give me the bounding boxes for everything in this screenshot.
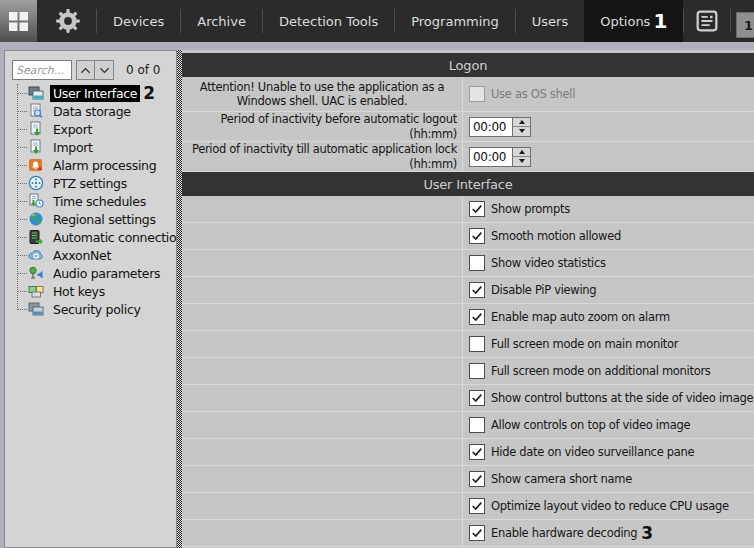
settings-gear-button[interactable]	[37, 0, 96, 42]
tab-devices[interactable]: Devices	[97, 0, 180, 42]
show-prompts-checkbox[interactable]	[469, 201, 485, 217]
hide-date-checkbox[interactable]	[469, 444, 485, 460]
sidebar-item-axxonnet[interactable]: AxxonNet	[5, 246, 176, 264]
search-next-button[interactable]	[95, 60, 114, 80]
system-log-icon-button[interactable]	[684, 0, 730, 42]
hardware-decoding-checkbox[interactable]	[469, 525, 485, 541]
sidebar-item-security-policy[interactable]: Security policy	[5, 300, 176, 318]
option-row: Hide date on video surveillance pane	[182, 439, 754, 466]
option-label: Smooth motion allowed	[491, 229, 621, 243]
logout-period-row: Period of inactivity before automatic lo…	[182, 112, 754, 142]
section-header-user-interface: User Interface	[182, 172, 754, 196]
app-menu-button[interactable]	[0, 0, 37, 42]
data-storage-icon	[28, 103, 44, 119]
chevron-up-icon	[80, 66, 91, 75]
option-row: Full screen mode on additional monitors	[182, 358, 754, 385]
app-lock-period-spinbox[interactable]: 00:00	[469, 147, 531, 167]
use-as-os-shell-checkbox	[469, 86, 485, 102]
option-label: Enable map auto zoom on alarm	[491, 310, 670, 324]
disable-pip-checkbox[interactable]	[469, 282, 485, 298]
tab-users[interactable]: Users	[516, 0, 584, 42]
option-label: Show camera short name	[491, 472, 632, 486]
alarm-processing-icon	[28, 157, 44, 173]
uac-warning-text: Attention! Unable to use the application…	[182, 77, 463, 111]
sidebar-item-label: AxxonNet	[50, 247, 114, 264]
annotation-3: 3	[641, 523, 653, 543]
sidebar-item-label: Data storage	[50, 103, 134, 120]
option-row: Show prompts	[182, 196, 754, 223]
sidebar-item-label: Security policy	[50, 301, 144, 318]
export-icon	[28, 121, 44, 137]
monitor-1-button[interactable]: 1	[736, 12, 754, 38]
sidebar-item-ptz-settings[interactable]: PTZ settings	[5, 174, 176, 192]
optimize-layout-checkbox[interactable]	[469, 498, 485, 514]
control-buttons-side-checkbox[interactable]	[469, 390, 485, 406]
gear-icon	[55, 8, 81, 34]
tab-archive[interactable]: Archive	[181, 0, 262, 42]
option-label: Enable hardware decoding	[491, 526, 637, 540]
spin-up-icon[interactable]	[513, 118, 530, 128]
sidebar-item-import[interactable]: Import	[5, 138, 176, 156]
option-row: Disable PiP viewing	[182, 277, 754, 304]
spinner-buttons[interactable]	[512, 118, 530, 136]
audio-parameters-icon	[28, 265, 44, 281]
option-row: Allow controls on top of video image	[182, 412, 754, 439]
sidebar-item-automatic-connection[interactable]: Automatic connection	[5, 228, 176, 246]
chevron-down-icon	[99, 66, 110, 75]
sidebar-item-hot-keys[interactable]: Hot keys	[5, 282, 176, 300]
sidebar-item-alarm-processing[interactable]: Alarm processing	[5, 156, 176, 174]
sidebar-item-label: Alarm processing	[50, 157, 159, 174]
smooth-motion-checkbox[interactable]	[469, 228, 485, 244]
top-menu-bar: Devices Archive Detection Tools Programm…	[0, 0, 754, 42]
app-lock-period-row: Period of inactivity till automatic appl…	[182, 142, 754, 172]
spin-up-icon[interactable]	[513, 148, 530, 158]
user-interface-icon	[28, 85, 44, 101]
fullscreen-additional-monitors-checkbox[interactable]	[469, 363, 485, 379]
sidebar-item-label: Export	[50, 121, 95, 138]
sidebar-item-export[interactable]: Export	[5, 120, 176, 138]
map-auto-zoom-checkbox[interactable]	[469, 309, 485, 325]
settings-tree: User Interface 2 Data storage Export Imp…	[5, 84, 176, 318]
sidebar-item-audio-parameters[interactable]: Audio parameters	[5, 264, 176, 282]
fullscreen-main-monitor-checkbox[interactable]	[469, 336, 485, 352]
spin-down-icon[interactable]	[513, 157, 530, 166]
use-as-os-shell-label: Use as OS shell	[491, 87, 575, 101]
annotation-2: 2	[143, 83, 155, 103]
ptz-settings-icon	[28, 175, 44, 191]
spin-down-icon[interactable]	[513, 127, 530, 136]
sidebar-item-regional-settings[interactable]: Regional settings	[5, 210, 176, 228]
app-lock-period-label: Period of inactivity till automatic appl…	[182, 142, 463, 171]
sidebar-item-label: User Interface	[50, 85, 140, 102]
sidebar-item-data-storage[interactable]: Data storage	[5, 102, 176, 120]
tab-programming[interactable]: Programming	[395, 0, 515, 42]
option-label: Full screen mode on main monitor	[491, 337, 678, 351]
logout-period-spinbox[interactable]: 00:00	[469, 117, 531, 137]
search-result-count: 0 of 0	[126, 63, 160, 77]
spinner-buttons[interactable]	[512, 148, 530, 166]
sidebar-item-label: Time schedules	[50, 193, 149, 210]
window-tiles-icon	[9, 12, 28, 31]
search-prev-button[interactable]	[76, 60, 95, 80]
regional-settings-icon	[28, 211, 44, 227]
option-row: Full screen mode on main monitor	[182, 331, 754, 358]
camera-short-name-checkbox[interactable]	[469, 471, 485, 487]
option-label: Show prompts	[491, 202, 570, 216]
sidebar-item-time-schedules[interactable]: Time schedules	[5, 192, 176, 210]
section-header-logon: Logon	[182, 53, 754, 77]
option-row: Show camera short name	[182, 466, 754, 493]
option-row: Show control buttons at the side of vide…	[182, 385, 754, 412]
axxonnet-icon	[28, 247, 44, 263]
option-row: Show video statistics	[182, 250, 754, 277]
uac-warning-row: Attention! Unable to use the application…	[182, 77, 754, 112]
tab-detection-tools[interactable]: Detection Tools	[263, 0, 394, 42]
options-tree-panel: 0 of 0 User Interface 2 Data storage Exp…	[4, 50, 177, 548]
sidebar-item-label: Import	[50, 139, 96, 156]
sidebar-item-user-interface[interactable]: User Interface 2	[5, 84, 176, 102]
controls-on-top-checkbox[interactable]	[469, 417, 485, 433]
option-row: Enable map auto zoom on alarm	[182, 304, 754, 331]
tab-options[interactable]: Options 1	[584, 0, 683, 42]
security-policy-icon	[28, 301, 44, 317]
show-video-statistics-checkbox[interactable]	[469, 255, 485, 271]
search-input[interactable]	[12, 60, 72, 80]
sidebar-item-label: Automatic connection	[50, 229, 187, 246]
